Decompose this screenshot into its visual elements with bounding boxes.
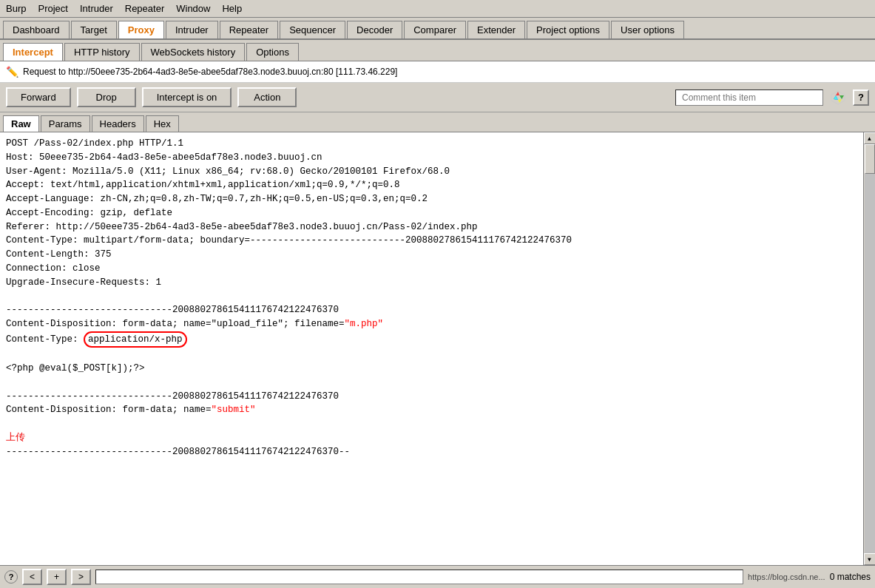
next-button[interactable]: > [71,569,91,585]
match-count: 0 matches [830,572,871,582]
tab-websockets-history[interactable]: WebSockets history [141,43,246,61]
bottom-help-button[interactable]: ? [4,570,18,584]
tab-user-options[interactable]: User options [611,21,684,38]
bottom-bar: ? < + > https://blog.csdn.ne... 0 matche… [0,565,875,588]
action-button[interactable]: Action [237,87,297,107]
tab-options[interactable]: Options [246,43,299,61]
forward-button[interactable]: Forward [6,87,71,107]
tab-hex[interactable]: Hex [146,115,179,132]
code-line-1: POST /Pass-02/index.php HTTP/1.1 Host: 5… [6,138,572,457]
tab-repeater[interactable]: Repeater [220,21,278,38]
menu-burp[interactable]: Burp [3,1,29,16]
secondary-tab-bar: Intercept HTTP history WebSockets histor… [0,40,875,61]
intercept-button[interactable]: Intercept is on [142,87,232,107]
url-preview: https://blog.csdn.ne... [748,572,825,581]
code-view[interactable]: POST /Pass-02/index.php HTTP/1.1 Host: 5… [0,132,863,565]
upload-text: 上传 [6,433,25,443]
scroll-up-arrow[interactable]: ▲ [864,132,876,144]
edit-icon: ✏️ [6,66,18,78]
menu-bar: Burp Project Intruder Repeater Window He… [0,0,875,18]
menu-repeater[interactable]: Repeater [122,1,167,16]
request-bar: ✏️ Request to http://50eee735-2b64-4ad3-… [0,61,875,83]
tab-project-options[interactable]: Project options [527,21,609,38]
format-tab-bar: Raw Params Headers Hex [0,112,875,132]
prev-button[interactable]: < [22,569,42,585]
tab-proxy[interactable]: Proxy [118,21,164,38]
search-input[interactable] [95,570,743,584]
submit-highlight: "submit" [212,405,256,415]
tab-comparer[interactable]: Comparer [404,21,466,38]
content-type-circle: application/x-php [84,331,187,348]
menu-intruder[interactable]: Intruder [77,1,116,16]
help-button[interactable]: ? [853,89,869,106]
drop-button[interactable]: Drop [77,87,136,107]
top-tab-bar: Dashboard Target Proxy Intruder Repeater… [0,18,875,40]
svg-marker-5 [834,95,838,100]
tab-http-history[interactable]: HTTP history [64,43,140,61]
tab-headers[interactable]: Headers [92,115,144,132]
add-button[interactable]: + [47,569,67,585]
tab-extender[interactable]: Extender [467,21,525,38]
menu-project[interactable]: Project [35,1,70,16]
tab-sequencer[interactable]: Sequencer [280,21,345,38]
tab-intercept[interactable]: Intercept [3,43,63,61]
scroll-thumb[interactable] [865,144,875,174]
tab-intruder[interactable]: Intruder [166,21,218,38]
menu-window[interactable]: Window [173,1,213,16]
tab-raw[interactable]: Raw [3,115,39,132]
scrollbar[interactable]: ▲ ▼ [863,132,875,565]
menu-help[interactable]: Help [219,1,245,16]
tab-decoder[interactable]: Decoder [347,21,402,38]
tab-params[interactable]: Params [41,115,90,132]
content-area: POST /Pass-02/index.php HTTP/1.1 Host: 5… [0,132,875,565]
filename-highlight: "m.php" [345,319,384,329]
comment-input[interactable] [675,89,823,106]
scroll-down-arrow[interactable]: ▼ [864,553,876,565]
tab-target[interactable]: Target [71,21,117,38]
scroll-track[interactable] [865,144,875,553]
action-row: Forward Drop Intercept is on Action ? [0,83,875,112]
svg-marker-2 [839,95,844,99]
tab-dashboard[interactable]: Dashboard [3,21,70,38]
request-url: Request to http://50eee735-2b64-4ad3-8e5… [23,67,397,77]
burp-logo-icon [829,89,847,107]
